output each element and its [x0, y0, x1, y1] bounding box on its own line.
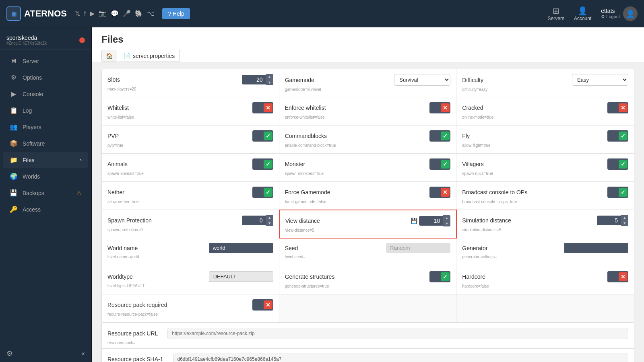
social-links: 𝕏 f ▶ 📷 💬 🎤 🐘 ⌥: [75, 10, 154, 17]
simulation-distance-increment[interactable]: ▲: [621, 215, 628, 220]
world-name-key: level-name=world: [107, 255, 273, 259]
teamspeak-icon[interactable]: 🎤: [123, 10, 131, 17]
whitelist-key: white-list=false: [107, 115, 273, 119]
instagram-icon[interactable]: 📷: [99, 10, 107, 17]
view-distance-save-icon: 💾: [411, 218, 417, 224]
gamemode-select[interactable]: Survival Creative Adventure Spectator: [394, 74, 450, 86]
spawn-protection-decrement[interactable]: ▼: [266, 220, 273, 226]
generator-key: generator-settings=: [462, 255, 628, 259]
breadcrumb-home-button[interactable]: 🏠: [101, 50, 117, 62]
pvp-toggle[interactable]: ✓: [252, 130, 273, 142]
spawn-protection-number[interactable]: ▲ ▼: [242, 215, 273, 226]
slots-value[interactable]: [242, 75, 266, 84]
discord-icon[interactable]: 💬: [111, 10, 119, 17]
simulation-distance-number[interactable]: ▲ ▼: [597, 215, 628, 226]
sidebar-item-software[interactable]: 📦 Software: [3, 136, 88, 151]
animals-toggle[interactable]: ✓: [252, 158, 273, 170]
github-icon[interactable]: ⌥: [147, 10, 154, 17]
cracked-track[interactable]: ✕: [607, 102, 628, 113]
spawn-protection-value[interactable]: [242, 216, 266, 225]
hardcore-toggle[interactable]: ✕: [607, 271, 628, 282]
world-name-value[interactable]: [209, 243, 273, 253]
resource-pack-required-track[interactable]: ✕: [252, 299, 273, 311]
prop-nether: Nether ✓ allow-nether=true: [102, 182, 279, 210]
hardcore-btn: ✕: [619, 272, 627, 281]
animals-track[interactable]: ✓: [252, 158, 273, 170]
account-label: Account: [574, 16, 591, 21]
villagers-track[interactable]: ✓: [607, 158, 628, 170]
sidebar-item-options[interactable]: ⚙ Options: [3, 70, 88, 85]
spawn-protection-increment[interactable]: ▲: [266, 215, 273, 220]
fly-track[interactable]: ✓: [607, 130, 628, 142]
view-distance-number[interactable]: ▲ ▼: [419, 215, 450, 226]
slots-number-input[interactable]: ▲ ▼: [242, 74, 273, 85]
nether-track[interactable]: ✓: [252, 187, 273, 198]
topnav-right: ⊞ Servers 👤 Account ettats ⚙ Logout 👤: [548, 6, 638, 21]
prop-cracked: Cracked ✕ online-mode=true: [456, 97, 634, 125]
sidebar-item-access[interactable]: 🔑 Access: [3, 202, 88, 217]
monster-toggle[interactable]: ✓: [429, 158, 450, 170]
resource-pack-url-input[interactable]: [167, 328, 628, 339]
broadcast-console-track[interactable]: ✓: [607, 187, 628, 198]
pvp-track[interactable]: ✓: [252, 130, 273, 142]
user-menu[interactable]: ettats ⚙ Logout 👤: [601, 6, 638, 21]
commandblocks-toggle[interactable]: ✓: [429, 130, 450, 142]
view-distance-label: View distance: [285, 218, 320, 224]
sidebar-item-log[interactable]: 📋 Log: [3, 103, 88, 118]
view-distance-increment[interactable]: ▲: [443, 215, 450, 221]
force-gamemode-toggle[interactable]: ✕: [429, 187, 450, 198]
worldtype-value[interactable]: [209, 271, 273, 282]
prop-gamemode: Gamemode Survival Creative Adventure Spe…: [279, 69, 457, 97]
generate-structures-track[interactable]: ✓: [429, 271, 450, 282]
commandblocks-track[interactable]: ✓: [429, 130, 450, 142]
whitelist-track[interactable]: ✕: [252, 102, 273, 113]
view-distance-value[interactable]: [419, 216, 443, 226]
help-button[interactable]: ? Help: [162, 8, 190, 19]
slots-decrement[interactable]: ▼: [266, 80, 273, 85]
prop-resource-pack-required: Resource pack required ✕ require-resourc…: [102, 294, 279, 323]
pvp-key: pvp=true: [107, 143, 273, 148]
view-distance-decrement[interactable]: ▼: [443, 221, 450, 226]
resource-pack-required-toggle[interactable]: ✕: [252, 299, 273, 311]
sidebar-item-files[interactable]: 📁 Files ›: [3, 152, 88, 168]
sidebar-item-backups[interactable]: 💾 Backups ⚠: [3, 185, 88, 201]
backups-icon: 💾: [10, 189, 18, 197]
sidebar-collapse-icon[interactable]: «: [81, 350, 85, 357]
seed-value[interactable]: [386, 243, 450, 253]
villagers-toggle[interactable]: ✓: [607, 158, 628, 170]
logout-label[interactable]: ⚙ Logout: [601, 14, 620, 19]
simulation-distance-value[interactable]: [597, 216, 621, 225]
youtube-icon[interactable]: ▶: [90, 10, 95, 17]
breadcrumb: 🏠 📄 server.properties: [101, 50, 634, 62]
generator-value[interactable]: [564, 243, 628, 253]
enforce-whitelist-toggle[interactable]: ✕: [429, 102, 450, 113]
nether-toggle[interactable]: ✓: [252, 187, 273, 198]
broadcast-console-toggle[interactable]: ✓: [607, 187, 628, 198]
hardcore-track[interactable]: ✕: [607, 271, 628, 282]
slots-increment[interactable]: ▲: [266, 74, 273, 80]
facebook-icon[interactable]: f: [84, 10, 86, 17]
prop-broadcast-console: Broadcast console to OPs ✓ broadcast-con…: [456, 182, 634, 210]
simulation-distance-label: Simulation distance: [462, 217, 511, 224]
sidebar-item-players[interactable]: 👥 Players: [3, 119, 88, 135]
account-button[interactable]: 👤 Account: [574, 6, 591, 21]
twitter-icon[interactable]: 𝕏: [75, 10, 80, 17]
sidebar-item-console[interactable]: ▶ Console: [3, 86, 88, 102]
sidebar-item-worlds[interactable]: 🌍 Worlds: [3, 169, 88, 184]
servers-button[interactable]: ⊞ Servers: [548, 6, 564, 21]
settings-gear-icon[interactable]: ⚙: [6, 349, 13, 358]
breadcrumb-file-button[interactable]: 📄 server.properties: [119, 50, 180, 62]
prop-generator-row: Generator: [462, 243, 628, 253]
whitelist-toggle[interactable]: ✕: [252, 102, 273, 113]
simulation-distance-decrement[interactable]: ▼: [621, 220, 628, 226]
cracked-toggle[interactable]: ✕: [607, 102, 628, 113]
enforce-whitelist-track[interactable]: ✕: [429, 102, 450, 113]
force-gamemode-track[interactable]: ✕: [429, 187, 450, 198]
difficulty-select[interactable]: Peaceful Easy Normal Hard: [572, 74, 628, 86]
monster-track[interactable]: ✓: [429, 158, 450, 170]
generate-structures-toggle[interactable]: ✓: [429, 271, 450, 282]
mastodon-icon[interactable]: 🐘: [135, 10, 143, 17]
sidebar-item-server[interactable]: 🖥 Server: [3, 53, 88, 69]
resource-pack-sha1-input[interactable]: [173, 354, 628, 362]
fly-toggle[interactable]: ✓: [607, 130, 628, 142]
